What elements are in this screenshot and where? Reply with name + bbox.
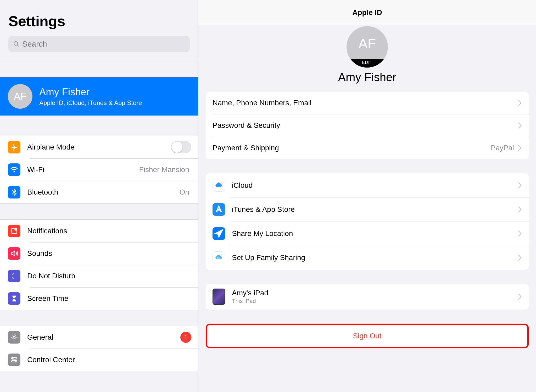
avatar-edit-button[interactable]: AF EDIT [347, 26, 388, 68]
svg-point-6 [12, 358, 14, 359]
row-device-ipad[interactable]: Amy's iPad This iPad [206, 284, 529, 310]
sidebar-item-screentime[interactable]: Screen Time [0, 287, 198, 310]
chevron-right-icon [518, 144, 522, 152]
sidebar-item-label: Control Center [27, 356, 191, 364]
services-card: iCloud iTunes & App Store Share My Locat… [206, 173, 529, 270]
svg-point-0 [14, 42, 18, 45]
row-label: iCloud [232, 181, 518, 190]
svg-point-8 [15, 361, 16, 362]
row-name-phone-email[interactable]: Name, Phone Numbers, Email [206, 92, 529, 114]
sidebar-group-general: General 1 Control Center [0, 326, 198, 371]
row-label: iTunes & App Store [232, 205, 518, 214]
sidebar-item-label: Notifications [27, 227, 191, 235]
chevron-right-icon [518, 254, 522, 261]
row-family-sharing[interactable]: Set Up Family Sharing [206, 246, 529, 270]
page-title: Apple ID [352, 8, 382, 17]
sidebar-item-bluetooth[interactable]: Bluetooth On [0, 181, 198, 203]
switches-icon [8, 354, 20, 366]
bluetooth-icon [8, 186, 20, 198]
chevron-right-icon [518, 182, 522, 189]
sidebar-item-profile[interactable]: AF Amy Fisher Apple ID, iCloud, iTunes &… [0, 77, 198, 116]
notifications-icon [8, 225, 20, 237]
avatar-edit-label: EDIT [347, 59, 388, 68]
chevron-right-icon [518, 293, 522, 300]
family-icon [213, 251, 225, 264]
search-input-field[interactable] [22, 40, 185, 48]
profile-text: Amy Fisher Apple ID, iCloud, iTunes & Ap… [39, 86, 142, 107]
airplane-icon [8, 141, 20, 153]
sidebar-item-label: Screen Time [27, 294, 191, 303]
sidebar-item-wifi[interactable]: Wi-Fi Fisher Mansion [0, 158, 198, 181]
sidebar-item-label: Bluetooth [27, 188, 180, 196]
sidebar-item-label: General [27, 333, 180, 341]
svg-line-1 [17, 45, 19, 46]
sounds-icon [8, 247, 20, 260]
settings-title: Settings [8, 13, 190, 30]
profile-subtitle: Apple ID, iCloud, iTunes & App Store [39, 99, 142, 107]
search-input[interactable] [8, 36, 190, 52]
notification-badge: 1 [180, 332, 191, 343]
chevron-right-icon [518, 230, 522, 237]
sign-out-button[interactable]: Sign Out [206, 324, 529, 348]
ipad-icon [213, 289, 225, 305]
wifi-icon [8, 163, 20, 176]
svg-point-11 [219, 257, 220, 258]
device-name: Amy's iPad [232, 289, 518, 297]
detail-pane: Apple ID AF EDIT Amy Fisher Name, Phone … [198, 0, 536, 392]
moon-icon [8, 270, 20, 282]
row-label: Share My Location [232, 229, 518, 238]
svg-point-9 [217, 257, 218, 258]
wifi-value: Fisher Mansion [139, 165, 189, 174]
row-label: Payment & Shipping [213, 144, 491, 152]
chevron-right-icon [518, 122, 522, 129]
sidebar-item-label: Wi-Fi [27, 165, 139, 174]
svg-point-10 [218, 257, 219, 258]
row-label: Set Up Family Sharing [232, 253, 518, 262]
sidebar-item-label: Airplane Mode [27, 143, 171, 151]
avatar: AF [8, 84, 32, 109]
hourglass-icon [8, 292, 20, 305]
sidebar-item-general[interactable]: General 1 [0, 326, 198, 349]
icloud-icon [213, 179, 225, 192]
sidebar-item-label: Sounds [27, 249, 191, 258]
sidebar-item-airplane[interactable]: Airplane Mode [0, 136, 198, 158]
location-icon [213, 227, 225, 240]
profile-name: Amy Fisher [198, 71, 536, 84]
profile-hero: AF EDIT Amy Fisher [198, 25, 536, 92]
row-value: PayPal [491, 144, 514, 152]
sidebar-item-label: Do Not Disturb [27, 272, 191, 280]
row-share-location[interactable]: Share My Location [206, 222, 529, 246]
row-label: Name, Phone Numbers, Email [213, 99, 518, 107]
airplane-switch[interactable] [171, 141, 191, 153]
sidebar-group-connectivity: Airplane Mode Wi-Fi Fisher Mansion Bluet… [0, 136, 198, 204]
chevron-right-icon [518, 99, 522, 107]
search-icon [13, 41, 20, 47]
sidebar-group-alerts: Notifications Sounds Do Not Disturb Scre… [0, 219, 198, 310]
sidebar-item-controlcenter[interactable]: Control Center [0, 349, 198, 371]
row-payment-shipping[interactable]: Payment & Shipping PayPal [206, 137, 529, 159]
sidebar-item-notifications[interactable]: Notifications [0, 220, 198, 242]
svg-point-4 [13, 336, 15, 338]
sidebar-item-dnd[interactable]: Do Not Disturb [0, 265, 198, 287]
sign-out-label: Sign Out [214, 332, 521, 340]
account-info-card: Name, Phone Numbers, Email Password & Se… [206, 92, 529, 159]
row-icloud[interactable]: iCloud [206, 173, 529, 197]
svg-point-3 [14, 228, 17, 231]
gear-icon [8, 331, 20, 344]
device-subtitle: This iPad [232, 298, 518, 305]
bluetooth-value: On [180, 188, 189, 196]
settings-sidebar: Settings AF Amy Fisher Apple ID, iCloud,… [0, 0, 198, 392]
row-password-security[interactable]: Password & Security [206, 114, 529, 137]
row-itunes-appstore[interactable]: iTunes & App Store [206, 197, 529, 222]
avatar-initials: AF [347, 26, 388, 59]
appstore-icon [213, 203, 225, 216]
detail-header: Apple ID [198, 0, 536, 25]
devices-card: Amy's iPad This iPad [206, 284, 529, 310]
sidebar-header: Settings [0, 0, 198, 59]
row-label: Password & Security [213, 121, 518, 130]
sidebar-item-sounds[interactable]: Sounds [0, 242, 198, 265]
profile-name: Amy Fisher [39, 86, 142, 98]
chevron-right-icon [518, 206, 522, 213]
